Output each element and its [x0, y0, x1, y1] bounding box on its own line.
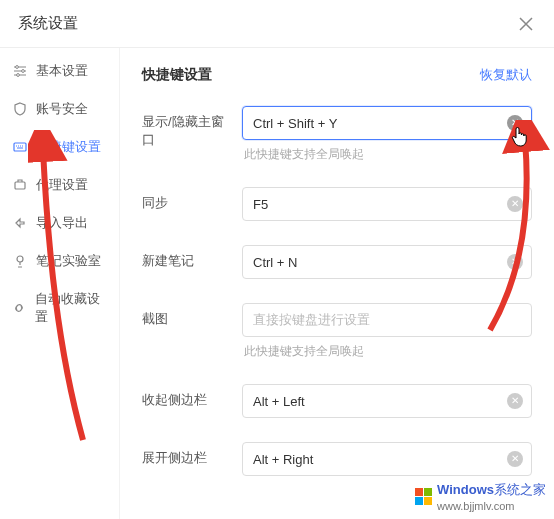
row-label: 同步 — [142, 187, 234, 212]
shortcut-input-sync[interactable]: F5 ✕ — [242, 187, 532, 221]
import-export-icon — [12, 215, 28, 231]
close-button[interactable] — [516, 14, 536, 34]
dialog-title: 系统设置 — [18, 14, 78, 33]
clear-button[interactable]: ✕ — [507, 254, 523, 270]
svg-point-2 — [17, 74, 20, 77]
input-hint: 此快捷键支持全局唤起 — [242, 146, 532, 163]
sidebar-item-basic[interactable]: 基本设置 — [0, 52, 119, 90]
input-value: Ctrl + N — [253, 255, 297, 270]
row-label: 截图 — [142, 303, 234, 328]
svg-rect-3 — [14, 143, 26, 151]
watermark-domain: www.bjjmlv.com — [437, 500, 514, 512]
sidebar-item-label: 快捷键设置 — [36, 138, 101, 156]
sidebar-item-lab[interactable]: 笔记实验室 — [0, 242, 119, 280]
input-value: Ctrl + Shift + Y — [253, 116, 337, 131]
section-title: 快捷键设置 — [142, 66, 212, 84]
sidebar-item-label: 代理设置 — [36, 176, 88, 194]
row-label: 收起侧边栏 — [142, 384, 234, 409]
clear-button[interactable]: ✕ — [507, 393, 523, 409]
shortcut-input-collapse-sidebar[interactable]: Alt + Left ✕ — [242, 384, 532, 418]
svg-rect-9 — [424, 497, 432, 505]
watermark-suffix: 系统之家 — [494, 482, 546, 497]
sidebar-item-import-export[interactable]: 导入导出 — [0, 204, 119, 242]
sidebar-item-label: 笔记实验室 — [36, 252, 101, 270]
watermark-brand: Windows — [437, 482, 494, 497]
clear-button[interactable]: ✕ — [507, 115, 523, 131]
sidebar-item-label: 自动收藏设置 — [35, 290, 107, 326]
input-value: Alt + Right — [253, 452, 313, 467]
content-panel: 快捷键设置 恢复默认 显示/隐藏主窗口 Ctrl + Shift + Y ✕ 此… — [120, 48, 554, 519]
sidebar: 基本设置 账号安全 快捷键设置 代理设置 — [0, 48, 120, 519]
sidebar-item-proxy[interactable]: 代理设置 — [0, 166, 119, 204]
lab-icon — [12, 253, 28, 269]
input-hint: 此快捷键支持全局唤起 — [242, 343, 532, 360]
sidebar-item-label: 基本设置 — [36, 62, 88, 80]
shortcut-input-show-hide[interactable]: Ctrl + Shift + Y ✕ — [242, 106, 532, 140]
svg-rect-7 — [424, 488, 432, 496]
svg-rect-6 — [415, 488, 423, 496]
keyboard-icon — [12, 139, 28, 155]
sidebar-item-auto-collect[interactable]: 自动收藏设置 — [0, 280, 119, 336]
sidebar-item-label: 导入导出 — [36, 214, 88, 232]
row-label: 展开侧边栏 — [142, 442, 234, 467]
shield-icon — [12, 101, 28, 117]
sidebar-item-shortcuts[interactable]: 快捷键设置 — [0, 128, 119, 166]
sidebar-item-security[interactable]: 账号安全 — [0, 90, 119, 128]
input-placeholder: 直接按键盘进行设置 — [253, 311, 370, 329]
shortcut-input-new-note[interactable]: Ctrl + N ✕ — [242, 245, 532, 279]
row-label: 新建笔记 — [142, 245, 234, 270]
svg-rect-4 — [15, 182, 25, 189]
row-label: 显示/隐藏主窗口 — [142, 106, 234, 149]
clear-button[interactable]: ✕ — [507, 196, 523, 212]
input-value: F5 — [253, 197, 268, 212]
windows-logo-icon — [415, 488, 433, 506]
svg-point-0 — [16, 66, 19, 69]
input-value: Alt + Left — [253, 394, 305, 409]
clear-button[interactable]: ✕ — [507, 451, 523, 467]
svg-point-1 — [22, 70, 25, 73]
sliders-icon — [12, 63, 28, 79]
restore-defaults-link[interactable]: 恢复默认 — [480, 66, 532, 84]
shortcut-input-screenshot[interactable]: 直接按键盘进行设置 — [242, 303, 532, 337]
svg-rect-8 — [415, 497, 423, 505]
sidebar-item-label: 账号安全 — [36, 100, 88, 118]
svg-point-5 — [17, 256, 23, 262]
watermark: Windows系统之家 www.bjjmlv.com — [415, 481, 546, 513]
close-icon — [519, 17, 533, 31]
shortcut-input-expand-sidebar[interactable]: Alt + Right ✕ — [242, 442, 532, 476]
proxy-icon — [12, 177, 28, 193]
link-icon — [12, 300, 27, 316]
